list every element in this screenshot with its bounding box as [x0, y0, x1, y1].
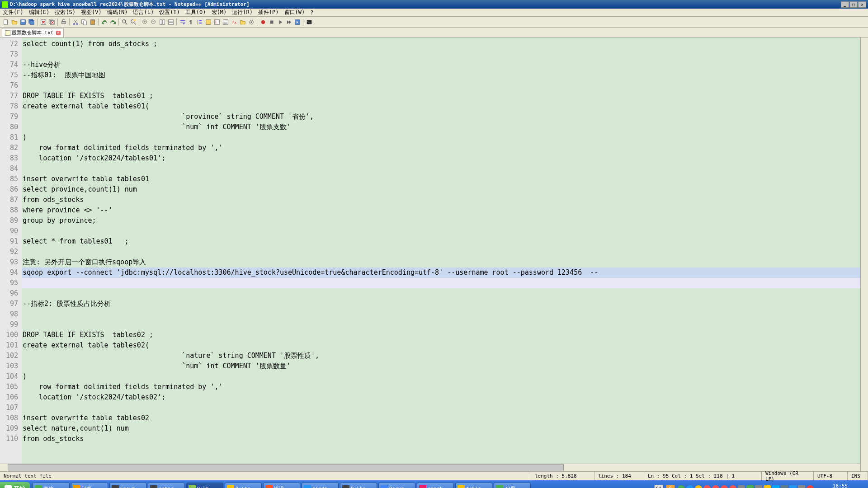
menu-window[interactable]: 窗口(W)	[282, 9, 308, 16]
code-line[interactable]: create external table tables02(	[22, 340, 860, 351]
find-icon[interactable]	[121, 18, 128, 26]
tray-volume-icon[interactable]	[798, 485, 805, 488]
tray-qq-icon[interactable]	[721, 485, 728, 488]
horizontal-scrollbar[interactable]	[0, 464, 860, 471]
copy-icon[interactable]	[80, 18, 88, 26]
taskbar-item[interactable]: Snowb...	[109, 483, 146, 488]
tray-icon[interactable]	[678, 485, 685, 488]
vertical-scrollbar[interactable]	[860, 38, 868, 471]
menu-plugins[interactable]: 插件(P)	[255, 9, 282, 16]
code-line[interactable]	[22, 49, 860, 60]
taskbar-item[interactable]: D:\ha...	[340, 483, 377, 488]
sync-hscroll-icon[interactable]	[167, 18, 175, 26]
terminal-icon[interactable]	[305, 18, 313, 26]
taskbar-clock[interactable]: 16:55 2023/8/26 星期六	[815, 483, 865, 488]
code-line[interactable]	[22, 226, 860, 236]
taskbar-item[interactable]: D:\ha...	[225, 483, 262, 488]
code-line[interactable]: --指标2: 股票性质占比分析	[22, 299, 860, 309]
code-line[interactable]: `num` int COMMENT '股票数量'	[22, 361, 860, 371]
monitor-icon[interactable]	[247, 18, 255, 26]
menu-encode[interactable]: 编码(N)	[104, 9, 131, 16]
code-line[interactable]: select count(1) from ods_stocks ;	[22, 39, 860, 49]
play-macro-icon[interactable]	[276, 18, 284, 26]
tray-icon[interactable]	[781, 485, 788, 488]
code-line[interactable]: 注意: 另外开启一个窗口执行sqoop导入	[22, 257, 860, 267]
tray-network-icon[interactable]	[789, 485, 797, 488]
tray-icon[interactable]	[807, 485, 814, 488]
undo-icon[interactable]	[100, 18, 108, 26]
taskbar-item[interactable]: table...	[455, 483, 492, 488]
tray-qq-icon[interactable]	[712, 485, 719, 488]
code-line[interactable]: row format delimited fields terminated b…	[22, 382, 860, 392]
doc-map-icon[interactable]	[213, 18, 221, 26]
cut-icon[interactable]	[71, 18, 79, 26]
show-all-chars-icon[interactable]: ¶	[187, 18, 195, 26]
code-line[interactable]: insert overwrite table tables02	[22, 413, 860, 423]
taskbar-item[interactable]: 微信	[33, 483, 70, 488]
indent-guide-icon[interactable]	[196, 18, 203, 26]
code-line[interactable]: row format delimited fields terminated b…	[22, 143, 860, 153]
status-encoding[interactable]: UTF-8	[814, 472, 848, 480]
paste-icon[interactable]	[89, 18, 96, 26]
code-line[interactable]: from ods_stocks	[22, 434, 860, 444]
code-line[interactable]	[22, 309, 860, 319]
menu-help[interactable]: ?	[307, 9, 316, 16]
code-line[interactable]: from ods_stocks	[22, 195, 860, 205]
menu-view[interactable]: 视图(V)	[78, 9, 104, 16]
status-ins[interactable]: INS	[848, 472, 868, 480]
code-line[interactable]: create external table tables01(	[22, 101, 860, 112]
code-line[interactable]: select nature,count(1) num	[22, 423, 860, 434]
save-macro-icon[interactable]	[293, 18, 301, 26]
close-all-icon[interactable]	[48, 18, 56, 26]
menu-search[interactable]: 搜索(S)	[52, 9, 78, 16]
wordwrap-icon[interactable]	[179, 18, 186, 26]
save-all-icon[interactable]	[28, 18, 35, 26]
tray-icon[interactable]	[686, 485, 693, 488]
code-line[interactable]: DROP TABLE IF EXISTS tables02 ;	[22, 330, 860, 340]
close-button[interactable]: ✕	[858, 1, 866, 8]
menu-settings[interactable]: 设置(T)	[156, 9, 183, 16]
code-line[interactable]	[22, 319, 860, 330]
code-line[interactable]: select province,count(1) num	[22, 184, 860, 195]
menu-lang[interactable]: 语言(L)	[130, 9, 156, 16]
play-multi-icon[interactable]	[285, 18, 292, 26]
scrollbar-thumb[interactable]	[8, 464, 564, 471]
code-line[interactable]: where province <> '--'	[22, 205, 860, 216]
code-line[interactable]: --指标01: 股票中国地图	[22, 70, 860, 80]
code-line[interactable]: location '/stock2024/tables02';	[22, 392, 860, 403]
minimize-button[interactable]: _	[841, 1, 849, 8]
code-line[interactable]	[22, 247, 860, 257]
code-line[interactable]	[22, 80, 860, 91]
code-line[interactable]: insert overwrite table tables01	[22, 174, 860, 184]
taskbar-item[interactable]: 计算...	[71, 483, 108, 488]
editor[interactable]: 7273747576777879808182838485868788899091…	[0, 38, 868, 471]
code-line[interactable]: sqoop export --connect 'jdbc:mysql://loc…	[22, 267, 860, 278]
record-macro-icon[interactable]	[259, 18, 267, 26]
code-line[interactable]: DROP TABLE IF EXISTS tables01 ;	[22, 91, 860, 101]
taskbar-item[interactable]: spark...	[417, 483, 454, 488]
tray-icon[interactable]	[695, 485, 702, 488]
tray-icon[interactable]	[746, 485, 754, 488]
menu-tools[interactable]: 工具(O)	[183, 9, 209, 16]
new-file-icon[interactable]	[2, 18, 9, 26]
code-line[interactable]: `num` int COMMENT '股票支数'	[22, 122, 860, 132]
code-line[interactable]	[22, 288, 860, 299]
code-line[interactable]: select * from tables01 ;	[22, 236, 860, 247]
tray-icon[interactable]	[764, 485, 771, 488]
code-line[interactable]: `province` string COMMENT '省份',	[22, 112, 860, 122]
menu-run[interactable]: 运行(R)	[229, 9, 255, 16]
close-file-icon[interactable]	[39, 18, 47, 26]
menu-edit[interactable]: 编辑(E)	[26, 9, 52, 16]
code-line[interactable]	[22, 403, 860, 413]
code-line[interactable]: )	[22, 132, 860, 143]
tray-icon[interactable]	[772, 485, 779, 488]
print-icon[interactable]	[60, 18, 67, 26]
folder-workspace-icon[interactable]	[239, 18, 246, 26]
stop-macro-icon[interactable]	[268, 18, 275, 26]
taskbar-item[interactable]: 32度...	[494, 483, 531, 488]
menu-macro[interactable]: 宏(M)	[209, 9, 230, 16]
sync-vscroll-icon[interactable]	[158, 18, 166, 26]
replace-icon[interactable]	[129, 18, 137, 26]
code-line[interactable]: --hive分析	[22, 60, 860, 70]
taskbar-item[interactable]: D:\h...	[186, 483, 223, 488]
